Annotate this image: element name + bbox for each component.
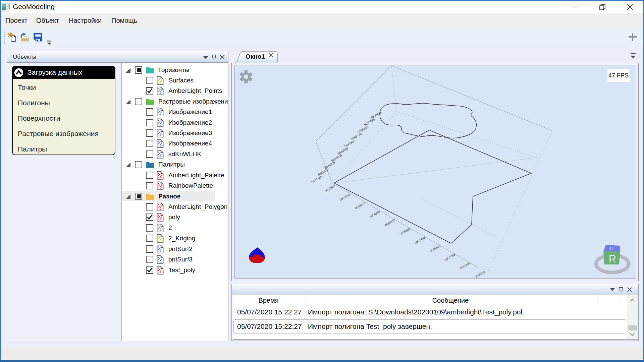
svg-text:5850186: 5850186	[357, 125, 369, 134]
svg-text:5847448: 5847448	[311, 175, 323, 184]
svg-text:5847829: 5847829	[317, 168, 329, 176]
svg-text:9655380: 9655380	[399, 227, 411, 236]
svg-text:5848998: 5848998	[337, 146, 349, 155]
svg-text:9655948: 9655948	[414, 236, 426, 244]
svg-text:9657083: 9657083	[444, 253, 456, 261]
svg-text:9654813: 9654813	[384, 218, 396, 227]
svg-text:9653678: 9653678	[354, 201, 366, 210]
svg-text:9658218: 9658218	[474, 270, 486, 278]
svg-text:9652543: 9652543	[324, 184, 336, 193]
svg-text:9656516: 9656516	[429, 244, 441, 253]
svg-text:5849387: 5849387	[344, 139, 356, 148]
svg-text:5848608: 5848608	[331, 154, 342, 162]
svg-text:5850595: 5850595	[364, 118, 375, 126]
svg-text:U: U	[610, 246, 614, 251]
svg-text:9657651: 9657651	[459, 261, 471, 270]
svg-text:R: R	[609, 253, 616, 265]
svg-text:5848219: 5848219	[324, 161, 336, 169]
svg-text:9654245: 9654245	[369, 210, 381, 219]
svg-text:9653110: 9653110	[339, 193, 351, 201]
svg-text:5849776: 5849776	[351, 132, 362, 141]
